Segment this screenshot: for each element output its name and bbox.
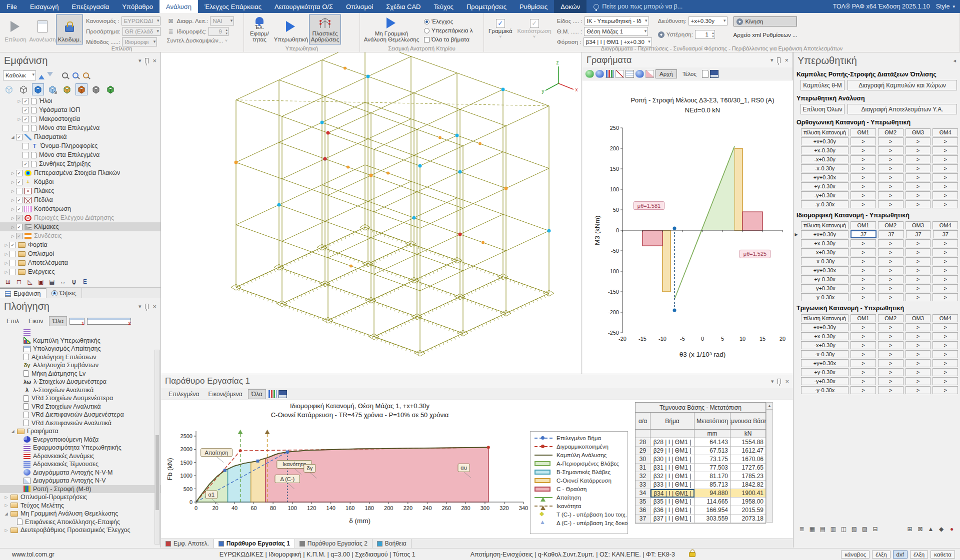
- dist-cell[interactable]: >: [878, 386, 904, 394]
- tree-item-οπλισμοί[interactable]: ▷Οπλισμοί: [0, 249, 160, 258]
- tree-item-διαγράμματα-αντοχής-n-v[interactable]: Διαγράμματα Αντοχής N-V: [0, 477, 160, 485]
- dist-cell[interactable]: >: [878, 137, 904, 145]
- style-menu[interactable]: Style: [936, 3, 950, 10]
- nonlinear-foundation-button[interactable]: Μη ΓραμμικήΑνάλυση Θεμελίωσης: [362, 14, 421, 44]
- chevron-down-icon[interactable]: ▾: [138, 303, 142, 310]
- refresh-button[interactable]: Ανανέωση: [29, 14, 56, 44]
- tree-item-κλίμακες[interactable]: ▷✓Κλίμακες: [0, 222, 160, 231]
- view-mode-icon-6[interactable]: [90, 83, 102, 95]
- dist-cell[interactable]: >: [906, 182, 931, 190]
- visibility-checkbox[interactable]: ✓: [10, 242, 16, 248]
- workspace-2-icon[interactable]: [87, 318, 131, 325]
- tree-item-αδρανειακές-δυνάμεις[interactable]: Αδρανειακές Δυνάμεις: [0, 452, 160, 461]
- table-row-step-29[interactable]: 29β29 | Ι | ΘΜ1 |67.5131612.47: [636, 447, 766, 455]
- dist-cell[interactable]: >: [932, 248, 958, 256]
- dist-cell[interactable]: >: [906, 368, 931, 376]
- move-up-icon[interactable]: [38, 72, 44, 79]
- expander-icon[interactable]: ▷: [10, 216, 16, 220]
- nav-filter-Επιλ[interactable]: Επιλ: [3, 316, 22, 326]
- motion-button[interactable]: Κίνηση: [734, 16, 798, 26]
- panel-tool-icon-r1[interactable]: ⊠: [916, 526, 924, 534]
- pin-icon[interactable]: [778, 379, 781, 384]
- selection-tool-icon-4[interactable]: ▤: [48, 278, 56, 286]
- panel-tool-icon-r4[interactable]: ●: [948, 526, 956, 534]
- tree-item-vrd-διεπιφανειών-δυσμενέστερα[interactable]: VRd Διεπιφανειών Δυσμενέστερα: [0, 411, 160, 419]
- tree-item-κόμβοι[interactable]: ▷✓+Κόμβοι: [0, 177, 160, 186]
- expander-icon[interactable]: ◢: [3, 512, 10, 516]
- dist-cell[interactable]: >: [932, 386, 958, 394]
- visibility-checkbox[interactable]: [22, 125, 29, 131]
- dist-cell[interactable]: >: [850, 293, 876, 301]
- direction-button[interactable]: -y-0.30x: [801, 293, 848, 301]
- expander-icon[interactable]: ▷: [10, 180, 16, 184]
- check-radio[interactable]: [424, 19, 430, 24]
- dist-cell[interactable]: >: [878, 173, 904, 181]
- direction-button[interactable]: +y+0.30x: [801, 266, 848, 274]
- dist-cell[interactable]: >: [932, 368, 958, 376]
- direction-button[interactable]: +x-0.30y: [801, 239, 848, 247]
- tree-item-περιοχές-ελέγχου-διάτρησης[interactable]: ▷✓Περιοχές Ελέγχου Διάτρησης: [0, 213, 160, 222]
- selection-tool-icon-0[interactable]: ⊞: [4, 278, 12, 286]
- visibility-checkbox[interactable]: ✓: [22, 161, 29, 167]
- menu-tab-Λειτουργικότητα Ο/Σ[interactable]: Λειτουργικότητα Ο/Σ: [268, 0, 340, 13]
- dist-cell[interactable]: >: [932, 266, 958, 274]
- tree-item-συνθήκες-στήριξης[interactable]: ✓Συνθήκες Στήριξης: [0, 159, 160, 168]
- direction-button[interactable]: +x-0.30y: [801, 332, 848, 340]
- pin-icon[interactable]: [145, 304, 148, 309]
- chevron-down-icon[interactable]: ▾: [771, 378, 774, 385]
- dist-cell[interactable]: >: [932, 293, 958, 301]
- dist-cell[interactable]: >: [906, 284, 931, 292]
- menu-tab-Έλεγχος Επάρκειας[interactable]: Έλεγχος Επάρκειας: [198, 0, 268, 13]
- view-mode-icon-5[interactable]: [76, 83, 88, 95]
- dist-cell[interactable]: >: [906, 248, 931, 256]
- dist-cell[interactable]: >: [878, 332, 904, 340]
- dist-cell[interactable]: >: [850, 323, 876, 331]
- dist-cell[interactable]: >: [878, 155, 904, 163]
- tree-item-ενεργοποιούμενη-μάζα[interactable]: Ενεργοποιούμενη Μάζα: [0, 436, 160, 444]
- dist-cell[interactable]: >: [906, 191, 931, 199]
- work-filter-Εικονιζόμενα[interactable]: Εικονιζόμενα: [205, 389, 246, 399]
- tree-item-vrd-στοιχείων-αναλυτικά[interactable]: VRd Στοιχείων Αναλυτικά: [0, 403, 160, 411]
- expander-icon[interactable]: ▷: [3, 503, 10, 508]
- graph-tool-icon-6[interactable]: [646, 70, 654, 78]
- direction-button[interactable]: -x+0.30y: [801, 155, 848, 163]
- type-combobox[interactable]: ΙΚ - Υπερωθητική - Ιδ: [584, 16, 649, 25]
- graph-tool-icon-3[interactable]: [616, 70, 624, 78]
- workspace-1-icon[interactable]: [70, 318, 84, 325]
- dist-cell[interactable]: >: [878, 200, 904, 208]
- panel-tool-icon-4[interactable]: ◫: [840, 526, 848, 534]
- all-steps-checkbox[interactable]: [424, 37, 430, 42]
- nav-filter-Εικον[interactable]: Εικον: [25, 316, 46, 326]
- dist-cell[interactable]: >: [850, 377, 876, 385]
- expander-icon[interactable]: ▷: [3, 495, 10, 500]
- close-icon[interactable]: ×: [152, 57, 156, 64]
- panel-tool-icon-r3[interactable]: ◆: [937, 526, 946, 534]
- table-row-step-33[interactable]: 33β33 | Ι | ΘΜ1 |85.7131842.82: [636, 481, 766, 489]
- direction-button[interactable]: -y+0.30x: [801, 284, 848, 292]
- direction-button[interactable]: -x+0.30y: [801, 248, 848, 256]
- workspace-tab-Παράθυρο Εργασίας 2[interactable]: Παράθυρο Εργασίας 2: [295, 539, 372, 548]
- direction-button[interactable]: +y+0.30x: [801, 173, 848, 181]
- dist-cell[interactable]: >: [878, 266, 904, 274]
- direction-button[interactable]: -y+0.30x: [801, 191, 848, 199]
- direction-button[interactable]: +x-0.30y: [801, 146, 848, 154]
- dist-cell[interactable]: >: [850, 155, 876, 163]
- selection-tool-icon-5[interactable]: ↔: [59, 278, 67, 286]
- menu-tab-Τεύχος[interactable]: Τεύχος: [427, 0, 460, 13]
- tree-item-λ-στοιχείων-δυσμενέστερα[interactable]: λωλ-Στοιχείων Δυσμενέστερα: [0, 378, 160, 386]
- pushover-run-button[interactable]: Υπερωθητική: [273, 14, 309, 44]
- dist-cell[interactable]: >: [850, 191, 876, 199]
- dist-cell[interactable]: >: [906, 350, 931, 358]
- panel-tool-icon-0[interactable]: ≣: [798, 526, 806, 534]
- tree-item-όνομα-πληροφορίες[interactable]: TΌνομα-Πληροφορίες: [0, 141, 160, 150]
- dist-cell[interactable]: >: [850, 266, 876, 274]
- dist-cell[interactable]: >: [906, 239, 931, 247]
- xml-settings-button[interactable]: Αρχείο xml Ρυθμίσεων ...: [734, 32, 798, 38]
- dist-cell[interactable]: >: [878, 239, 904, 247]
- visibility-checkbox[interactable]: [10, 251, 16, 257]
- save-icon[interactable]: [278, 390, 287, 398]
- dist-cell[interactable]: >: [878, 323, 904, 331]
- visibility-checkbox[interactable]: [22, 152, 29, 158]
- dist-cell[interactable]: >: [850, 164, 876, 172]
- direction-button[interactable]: +y-0.30x: [801, 275, 848, 283]
